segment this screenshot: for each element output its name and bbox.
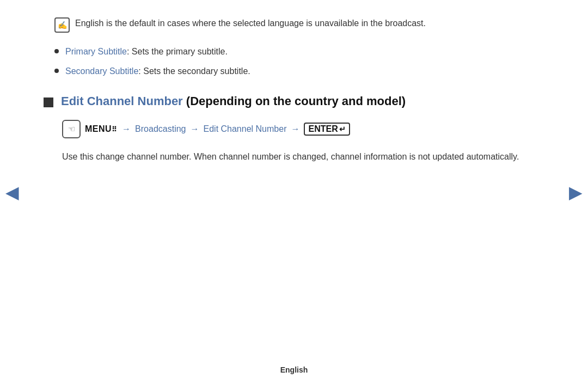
description-text: Use this change channel number. When cha… [44,149,544,164]
arrow-2: → [191,124,199,134]
primary-subtitle-rest: : Sets the primary subtitle. [127,47,228,56]
breadcrumb-broadcasting: Broadcasting [135,124,186,134]
menu-lines-icon: ⠿ [112,125,118,133]
enter-arrow-icon: ↵ [339,125,346,133]
secondary-subtitle-link: Secondary Subtitle [65,66,138,76]
section-header: Edit Channel Number (Depending on the co… [44,93,544,110]
menu-hand-icon: ☜ [68,124,75,134]
nav-right-button[interactable]: ▶ [569,182,583,203]
bullet-dot [54,49,59,53]
section-title-blue: Edit Channel Number [61,94,183,108]
section-title: Edit Channel Number (Depending on the co… [61,93,406,110]
menu-icon: ☜ [62,120,81,138]
secondary-subtitle-rest: : Sets the secondary subtitle. [138,66,250,76]
menu-text: MENU [85,124,112,133]
enter-label: ENTER [308,124,338,134]
note-icon [54,17,70,33]
footer-label: English [0,365,588,374]
arrow-3: → [291,124,299,134]
menu-path: ☜ MENU⠿ → Broadcasting → Edit Channel Nu… [44,120,544,138]
main-content: English is the default in cases where th… [0,0,588,164]
section-title-black: (Depending on the country and model) [183,94,406,108]
bullet-list: Primary Subtitle: Sets the primary subti… [44,45,544,78]
enter-button: ENTER↵ [304,123,350,136]
bullet-dot [54,69,59,73]
menu-label: MENU⠿ [85,124,118,134]
note-block: English is the default in cases where th… [44,16,544,33]
bullet-item-1: Primary Subtitle: Sets the primary subti… [65,45,228,59]
nav-left-button[interactable]: ◀ [5,182,19,203]
note-text: English is the default in cases where th… [75,16,426,31]
breadcrumb-edit-channel: Edit Channel Number [204,124,287,134]
section-square-icon [44,97,53,107]
arrow-1: → [122,124,131,134]
list-item: Primary Subtitle: Sets the primary subti… [54,45,544,59]
list-item: Secondary Subtitle: Sets the secondary s… [54,64,544,78]
bullet-item-2: Secondary Subtitle: Sets the secondary s… [65,64,250,78]
primary-subtitle-link: Primary Subtitle [65,47,127,56]
